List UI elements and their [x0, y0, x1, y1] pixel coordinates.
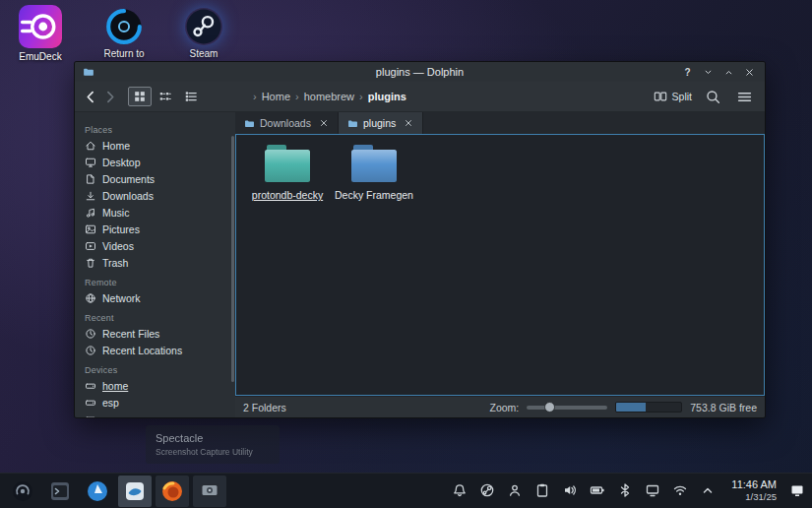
folder-item-decky-framegen[interactable]: Decky Framegen	[331, 143, 417, 201]
tab-folder-icon	[244, 118, 255, 129]
tab-downloads[interactable]: Downloads	[235, 112, 339, 134]
sidebar-section-remote: Remote	[85, 278, 235, 286]
maximize-button[interactable]	[721, 65, 736, 80]
sidebar-item-home[interactable]: Home	[75, 137, 235, 154]
notification-title: Spectacle	[156, 432, 270, 444]
bluetooth-icon[interactable]	[617, 482, 633, 498]
system-tray	[452, 482, 716, 498]
sidebar-item-downloads[interactable]: Downloads	[75, 187, 235, 204]
icons-view-button[interactable]	[128, 87, 152, 106]
folder-label: protondb-decky	[252, 189, 323, 201]
show-desktop-icon[interactable]	[788, 482, 806, 498]
music-icon	[85, 207, 96, 219]
desktop-icon	[85, 157, 96, 168]
search-button[interactable]	[705, 89, 721, 105]
taskbar-discover-button[interactable]	[81, 476, 114, 507]
sidebar-item-label: Trash	[102, 257, 128, 269]
split-icon	[654, 90, 667, 103]
close-button[interactable]	[742, 65, 757, 80]
battery-icon[interactable]	[590, 482, 605, 498]
desktop: EmuDeck Return to Steam plugins — Dolphi…	[0, 0, 812, 508]
tab-plugins[interactable]: plugins	[339, 112, 423, 134]
titlebar[interactable]: plugins — Dolphin ?	[75, 62, 765, 82]
spectacle-notification: Spectacle Screenshot Capture Utility	[146, 425, 280, 464]
spectacle-icon	[198, 479, 221, 503]
free-space-bar	[615, 402, 682, 413]
breadcrumb-separator: ›	[359, 91, 363, 102]
desktop-icon-label: EmuDeck	[19, 51, 61, 62]
split-button[interactable]: Split	[654, 90, 692, 103]
folder-label: Decky Framegen	[335, 189, 413, 201]
breadcrumb-home[interactable]: Home	[262, 91, 290, 102]
back-button[interactable]	[83, 89, 99, 105]
sidebar-item-videos[interactable]: Videos	[75, 237, 235, 254]
bell-icon[interactable]	[452, 482, 468, 498]
user-icon[interactable]	[507, 482, 523, 498]
display-icon[interactable]	[645, 482, 660, 498]
taskbar-firefox-button[interactable]	[156, 476, 189, 507]
places-panel: PlacesHomeDesktopDocumentsDownloadsMusic…	[75, 112, 235, 417]
sidebar-item-trash[interactable]: Trash	[75, 254, 235, 271]
icons-view-icon	[133, 90, 147, 103]
sidebar-item-home[interactable]: home	[75, 377, 235, 394]
sidebar-item-recent-locations[interactable]: Recent Locations	[75, 342, 235, 358]
drive-icon	[85, 397, 96, 409]
breadcrumb-homebrew[interactable]: homebrew	[304, 91, 354, 102]
notification-subtitle: Screenshot Capture Utility	[156, 447, 270, 457]
desktop-icon-steam[interactable]: Steam	[173, 8, 234, 59]
sidebar-item-label: Recent Files	[102, 328, 159, 340]
clipboard-icon[interactable]	[534, 482, 550, 498]
sidebar-item-recent-files[interactable]: Recent Files	[75, 325, 235, 342]
breadcrumb-plugins[interactable]: plugins	[368, 91, 406, 102]
clock-icon	[85, 345, 96, 356]
sidebar-item-esp[interactable]: esp	[75, 394, 235, 411]
folder-view[interactable]: protondb-decky Decky Framegen	[235, 134, 765, 396]
wifi-icon[interactable]	[672, 482, 688, 498]
window-title: plugins — Dolphin	[75, 66, 765, 78]
taskbar: 11:46 AM 1/31/25	[0, 473, 812, 508]
tab-label: plugins	[363, 117, 396, 129]
menu-button[interactable]	[736, 89, 753, 105]
zoom-label: Zoom:	[490, 402, 520, 413]
clock[interactable]: 11:46 AM 1/31/25	[725, 478, 777, 503]
zoom-slider-handle[interactable]	[544, 402, 555, 413]
sidebar-item-device[interactable]	[75, 411, 235, 417]
caret-up-icon[interactable]	[700, 482, 716, 498]
taskbar-launcher-button[interactable]	[6, 476, 39, 507]
desktop-icon-return-to-gaming-mode[interactable]: Return to	[94, 8, 155, 59]
zoom-slider[interactable]	[527, 406, 607, 410]
folder-item-protondb-decky[interactable]: protondb-decky	[244, 143, 331, 201]
compact-view-button[interactable]	[154, 87, 177, 106]
details-view-button[interactable]	[179, 87, 203, 106]
desktop-icon-emudeck[interactable]: EmuDeck	[10, 5, 71, 62]
sidebar-item-documents[interactable]: Documents	[75, 170, 235, 187]
help-button[interactable]: ?	[680, 65, 695, 80]
clock-icon	[85, 328, 96, 340]
sidebar-item-network[interactable]: Network	[75, 289, 235, 306]
taskbar-spectacle-button[interactable]	[193, 476, 226, 507]
desktop-icon-label: Return to	[103, 48, 144, 59]
sidebar-item-music[interactable]: Music	[75, 204, 235, 221]
clock-time: 11:46 AM	[725, 478, 777, 491]
emudeck-icon	[19, 5, 62, 48]
taskbar-dolphin-button[interactable]	[118, 476, 152, 507]
return-to-gaming-mode-icon	[105, 8, 143, 45]
sidebar-scrollbar[interactable]	[231, 136, 234, 382]
forward-button[interactable]	[101, 89, 118, 105]
steam-icon	[185, 8, 222, 45]
dolphin-icon	[123, 479, 147, 503]
sidebar-item-desktop[interactable]: Desktop	[75, 154, 235, 170]
tab-label: Downloads	[260, 117, 311, 129]
breadcrumb: › Home › homebrew › plugins	[248, 91, 406, 102]
folder-icon	[351, 145, 397, 182]
tab-close-icon[interactable]	[319, 118, 329, 128]
window-app-icon	[83, 66, 94, 78]
breadcrumb-separator: ›	[295, 91, 299, 102]
sidebar-item-pictures[interactable]: Pictures	[75, 221, 235, 237]
steam-icon[interactable]	[479, 482, 495, 498]
volume-icon[interactable]	[562, 482, 578, 498]
tab-bar: Downloads plugins	[235, 112, 765, 134]
minimize-button[interactable]	[701, 65, 716, 80]
taskbar-terminal-button[interactable]	[43, 476, 77, 507]
tab-close-icon[interactable]	[404, 118, 413, 128]
